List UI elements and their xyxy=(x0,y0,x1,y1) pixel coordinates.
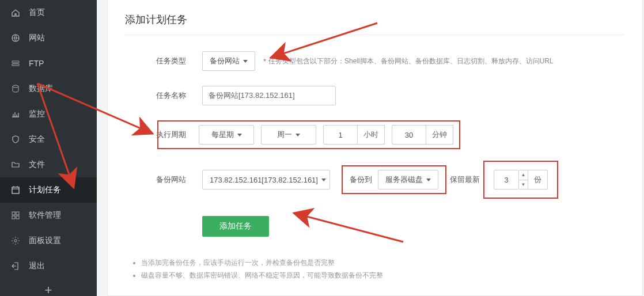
add-task-button[interactable]: 添加任务 xyxy=(202,216,269,237)
svg-rect-2 xyxy=(12,64,19,66)
task-name-value: 备份网站[173.82.152.161] xyxy=(209,90,295,101)
calendar-icon xyxy=(10,185,21,195)
keep-count-suffix: 份 xyxy=(528,170,548,189)
task-type-value: 备份网站 xyxy=(210,56,240,66)
row-task-name: 任务名称 备份网站[173.82.152.161] xyxy=(125,86,625,105)
schedule-minute-suffix: 分钟 xyxy=(426,125,453,145)
add-task-label: 添加任务 xyxy=(219,221,252,230)
plus-icon: + xyxy=(45,283,52,296)
sidebar-item-label: FTP xyxy=(29,59,44,68)
schedule-freq-value: 每星期 xyxy=(211,130,234,140)
keep-count-spinners: ▲ ▼ xyxy=(519,170,528,189)
keep-count-field: 3 ▲ ▼ 份 xyxy=(494,170,548,189)
schedule-group-highlight: 每星期 周一 1 小时 30 分钟 xyxy=(157,120,460,149)
keep-count-up[interactable]: ▲ xyxy=(519,170,528,180)
label-task-type: 任务类型 xyxy=(156,56,198,66)
sidebar-item-label: 退出 xyxy=(29,261,45,271)
svg-rect-5 xyxy=(12,212,15,215)
sidebar: 首页 网站 FTP 数据库 监控 安全 文件 xyxy=(0,0,97,296)
note-item: 磁盘容量不够、数据库密码错误、网络不稳定等原因，可能导致数据备份不完整 xyxy=(141,269,625,282)
svg-point-3 xyxy=(13,85,18,88)
row-backup-site: 备份网站 173.82.152.161[173.82.152.161] 备份到 … xyxy=(125,161,625,199)
schedule-hour-suffix: 小时 xyxy=(357,125,385,145)
backup-site-dropdown[interactable]: 173.82.152.161[173.82.152.161] xyxy=(202,170,330,189)
sidebar-item-site[interactable]: 网站 xyxy=(0,25,97,51)
svg-rect-4 xyxy=(12,187,19,193)
sidebar-item-label: 监控 xyxy=(29,109,45,119)
main-panel: 添加计划任务 任务类型 备份网站 * 任务类型包含以下部分：Shell脚本、备份… xyxy=(107,0,643,296)
sidebar-item-logout[interactable]: 退出 xyxy=(0,253,97,279)
backup-dest-value: 服务器磁盘 xyxy=(385,174,423,185)
task-type-hint: 任务类型包含以下部分：Shell脚本、备份网站、备份数据库、日志切割、释放内存、… xyxy=(268,56,554,66)
svg-rect-6 xyxy=(16,212,19,215)
label-backup-site: 备份网站 xyxy=(156,174,198,185)
row-task-type: 任务类型 备份网站 * 任务类型包含以下部分：Shell脚本、备份网站、备份数据… xyxy=(125,51,625,71)
shield-icon xyxy=(10,134,21,145)
gear-icon xyxy=(10,236,21,246)
label-task-name: 任务名称 xyxy=(156,90,198,101)
sidebar-item-label: 数据库 xyxy=(29,84,53,94)
svg-rect-7 xyxy=(12,216,15,219)
sidebar-item-label: 文件 xyxy=(29,160,45,170)
sidebar-item-label: 网站 xyxy=(29,33,45,43)
schedule-freq-dropdown[interactable]: 每星期 xyxy=(199,125,254,145)
sidebar-add-button[interactable]: + xyxy=(0,279,97,296)
schedule-minute-input[interactable]: 30 xyxy=(392,125,426,145)
backup-dest-dropdown[interactable]: 服务器磁盘 xyxy=(378,170,438,189)
ftp-icon xyxy=(10,58,21,69)
task-name-input[interactable]: 备份网站[173.82.152.161] xyxy=(202,86,336,105)
sidebar-item-ftp[interactable]: FTP xyxy=(0,51,97,76)
backup-dest-highlight: 备份到 服务器磁盘 xyxy=(342,165,446,194)
sidebar-item-monitor[interactable]: 监控 xyxy=(0,101,97,127)
sidebar-item-label: 面板设置 xyxy=(29,236,61,246)
schedule-hour-input[interactable]: 1 xyxy=(323,125,358,145)
row-schedule: 执行周期 每星期 周一 1 小时 30 分钟 xyxy=(125,120,625,149)
row-submit: 添加任务 xyxy=(125,216,625,237)
sidebar-item-label: 计划任务 xyxy=(29,185,61,195)
label-keep-latest: 保留最新 xyxy=(450,174,480,185)
sidebar-item-security[interactable]: 安全 xyxy=(0,127,97,152)
keep-count-highlight: 3 ▲ ▼ 份 xyxy=(483,161,558,199)
svg-rect-8 xyxy=(16,216,19,219)
chevron-down-icon xyxy=(321,179,326,181)
schedule-hour-field: 1 小时 xyxy=(323,125,385,145)
label-backup-to: 备份到 xyxy=(350,174,372,185)
page-title: 添加计划任务 xyxy=(125,10,625,35)
keep-count-value: 3 xyxy=(504,176,508,184)
sidebar-item-software[interactable]: 软件管理 xyxy=(0,203,97,228)
chevron-down-icon xyxy=(296,134,300,136)
sidebar-item-home[interactable]: 首页 xyxy=(0,0,97,25)
sidebar-item-cron[interactable]: 计划任务 xyxy=(0,177,97,203)
chevron-down-icon xyxy=(237,134,242,136)
svg-point-9 xyxy=(14,240,17,242)
schedule-hour-value: 1 xyxy=(338,131,342,139)
notes-list: 当添加完备份任务，应该手动运行一次，并检查备份包是否完整 磁盘容量不够、数据库密… xyxy=(125,256,625,282)
task-type-dropdown[interactable]: 备份网站 xyxy=(202,51,255,71)
schedule-minute-value: 30 xyxy=(405,131,413,139)
note-item: 当添加完备份任务，应该手动运行一次，并检查备份包是否完整 xyxy=(141,256,625,269)
logout-icon xyxy=(10,261,21,271)
folder-icon xyxy=(10,160,21,170)
svg-rect-1 xyxy=(12,61,19,63)
backup-site-value: 173.82.152.161[173.82.152.161] xyxy=(210,176,318,184)
sidebar-item-files[interactable]: 文件 xyxy=(0,152,97,177)
sidebar-item-settings[interactable]: 面板设置 xyxy=(0,228,97,253)
schedule-day-value: 周一 xyxy=(277,130,292,140)
sidebar-item-label: 首页 xyxy=(29,7,45,18)
apps-icon xyxy=(10,210,21,221)
keep-count-input[interactable]: 3 xyxy=(494,170,519,189)
chevron-down-icon xyxy=(243,60,248,63)
keep-count-down[interactable]: ▼ xyxy=(519,180,528,189)
chart-icon xyxy=(10,109,21,119)
schedule-minute-field: 30 分钟 xyxy=(392,125,453,145)
sidebar-item-label: 安全 xyxy=(29,134,45,145)
required-star: * xyxy=(263,57,266,66)
home-icon xyxy=(10,7,21,18)
schedule-day-dropdown[interactable]: 周一 xyxy=(261,125,316,145)
sidebar-item-database[interactable]: 数据库 xyxy=(0,76,97,101)
globe-icon xyxy=(10,33,21,43)
chevron-down-icon xyxy=(426,179,431,181)
database-icon xyxy=(10,84,21,94)
sidebar-item-label: 软件管理 xyxy=(29,210,61,221)
